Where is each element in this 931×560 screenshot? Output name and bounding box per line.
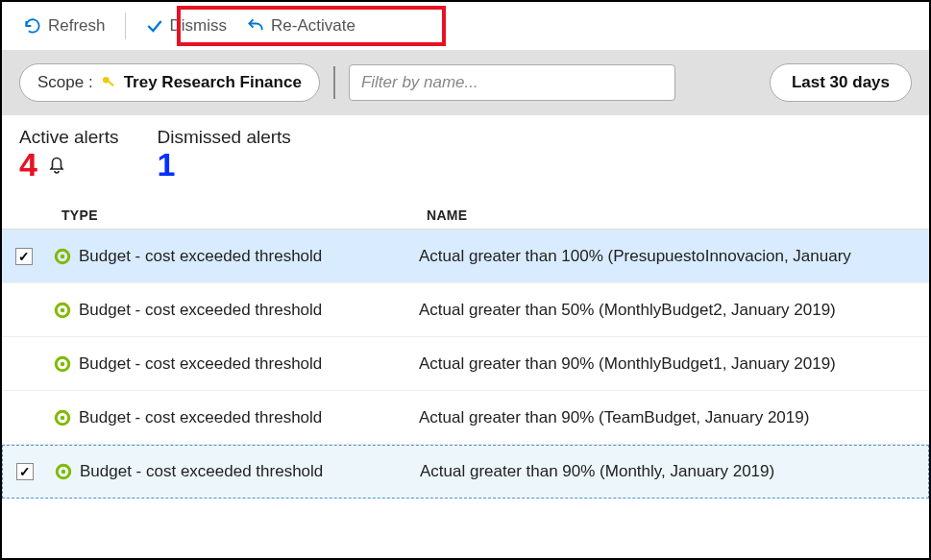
key-icon — [101, 75, 116, 90]
type-text: Budget - cost exceeded threshold — [79, 354, 322, 374]
table-row[interactable]: ✓Budget - cost exceeded thresholdActual … — [2, 445, 929, 499]
time-range-label: Last 30 days — [792, 73, 890, 92]
budget-icon — [54, 302, 71, 319]
refresh-icon — [23, 16, 42, 36]
name-cell: Actual greater than 90% (Monthly, Januar… — [420, 462, 919, 481]
row-checkbox[interactable]: ✓ — [15, 248, 33, 265]
name-cell: Actual greater than 90% (MonthlyBudget1,… — [419, 354, 919, 374]
dismiss-button[interactable]: Dismiss — [139, 12, 233, 39]
type-text: Budget - cost exceeded threshold — [79, 301, 322, 320]
refresh-label: Refresh — [48, 16, 106, 36]
type-cell: Budget - cost exceeded threshold — [54, 408, 419, 427]
active-alerts-label: Active alerts — [19, 127, 118, 148]
type-cell: Budget - cost exceeded threshold — [54, 247, 419, 266]
table-row[interactable]: ✓Budget - cost exceeded thresholdActual … — [2, 230, 929, 283]
dismissed-alerts-count: 1 — [157, 148, 290, 181]
type-cell: Budget - cost exceeded threshold — [54, 301, 419, 320]
name-cell: Actual greater than 100% (PresupuestoInn… — [419, 247, 919, 266]
type-text: Budget - cost exceeded threshold — [79, 247, 322, 266]
table-row[interactable]: Budget - cost exceeded thresholdActual g… — [2, 337, 929, 391]
budget-icon — [54, 248, 71, 265]
filter-input[interactable] — [349, 64, 675, 101]
active-alerts-block: Active alerts 4 — [19, 127, 118, 181]
scope-selector[interactable]: Scope : Trey Research Finance — [19, 63, 320, 102]
budget-icon — [54, 355, 71, 373]
toolbar-divider — [125, 12, 126, 39]
name-cell: Actual greater than 90% (TeamBudget, Jan… — [419, 408, 919, 427]
type-cell: Budget - cost exceeded threshold — [54, 354, 419, 374]
reactivate-button[interactable]: Re-Activate — [240, 12, 361, 39]
budget-icon — [54, 409, 71, 426]
active-alerts-count: 4 — [19, 148, 37, 181]
filter-divider — [333, 66, 335, 99]
row-checkbox[interactable]: ✓ — [16, 463, 34, 480]
check-icon — [145, 16, 164, 36]
svg-point-8 — [61, 361, 65, 366]
scope-value: Trey Research Finance — [124, 73, 302, 92]
type-column-header[interactable]: TYPE — [61, 207, 427, 223]
svg-point-10 — [61, 415, 65, 420]
table-row[interactable]: Budget - cost exceeded thresholdActual g… — [2, 391, 929, 445]
svg-point-6 — [61, 307, 65, 312]
scope-label: Scope : — [37, 73, 93, 92]
dismiss-label: Dismiss — [170, 16, 228, 36]
budget-icon — [55, 463, 72, 480]
type-text: Budget - cost exceeded threshold — [80, 462, 323, 481]
svg-point-12 — [61, 470, 66, 475]
reactivate-label: Re-Activate — [271, 16, 355, 36]
table-row[interactable]: Budget - cost exceeded thresholdActual g… — [2, 283, 929, 337]
refresh-button[interactable]: Refresh — [17, 12, 111, 39]
dismissed-alerts-label: Dismissed alerts — [157, 127, 290, 148]
type-text: Budget - cost exceeded threshold — [79, 408, 322, 427]
svg-point-4 — [61, 254, 65, 258]
time-range-selector[interactable]: Last 30 days — [770, 63, 912, 102]
type-cell: Budget - cost exceeded threshold — [55, 462, 420, 481]
bell-icon — [45, 153, 68, 176]
name-column-header[interactable]: NAME — [427, 207, 912, 223]
dismissed-alerts-block: Dismissed alerts 1 — [157, 127, 290, 181]
name-cell: Actual greater than 50% (MonthlyBudget2,… — [419, 301, 919, 320]
undo-icon — [246, 16, 265, 36]
